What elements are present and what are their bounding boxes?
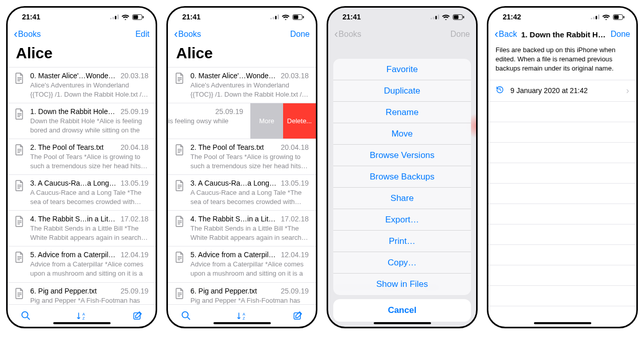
list-item[interactable]: 5. Advice from a Caterpillar.txt 12.04.1…	[168, 246, 316, 282]
svg-rect-38	[293, 15, 298, 18]
more-button[interactable]: More	[250, 103, 283, 139]
sheet-item-print-[interactable]: Print…	[333, 231, 471, 252]
sheet-item-duplicate[interactable]: Duplicate	[333, 80, 471, 102]
nav-bar: ‹ Books Done	[168, 26, 316, 42]
home-indicator[interactable]	[374, 322, 431, 324]
home-indicator[interactable]	[213, 322, 271, 324]
file-date: 17.02.18	[281, 215, 309, 223]
list-item[interactable]: 4. The Rabbit S…in a Little Bill.txt 17.…	[8, 211, 156, 246]
sheet-item-rename[interactable]: Rename	[333, 102, 471, 123]
back-button[interactable]: ‹ Back	[495, 29, 517, 40]
file-date: 25.09.19	[281, 287, 309, 295]
file-preview: Pig and Pepper *A Fish-Footman has an in…	[30, 296, 148, 304]
phone-list-view: 21:41 ‹ Books Edit Alice 0. Master Alice…	[6, 6, 157, 328]
svg-point-61	[182, 312, 188, 318]
svg-point-28	[22, 312, 28, 318]
svg-rect-36	[277, 14, 279, 19]
nav-bar: ‹ Books Done	[328, 26, 476, 42]
battery-icon	[132, 14, 144, 20]
svg-rect-69	[438, 14, 439, 19]
edit-button[interactable]: Edit	[135, 30, 149, 39]
svg-rect-6	[143, 16, 144, 18]
sort-icon[interactable]: AZ	[76, 311, 88, 321]
search-icon[interactable]	[21, 311, 31, 321]
list-item[interactable]: 3. A Caucus-Ra…a Long Tale.txt 13.05.19 …	[8, 175, 156, 211]
sheet-item-copy-[interactable]: Copy…	[333, 252, 471, 274]
action-sheet-list: FavoriteDuplicateRenameMoveBrowse Versio…	[333, 59, 471, 295]
document-icon	[15, 144, 24, 170]
home-indicator[interactable]	[53, 322, 111, 324]
svg-rect-67	[433, 17, 435, 19]
phone-backups-view: 21:42 ‹ Back 1. Down the Rabbit Hole.txt…	[487, 6, 638, 328]
sheet-item-move[interactable]: Move	[333, 123, 471, 145]
file-preview: The Pool of Tears *Alice is growing to s…	[30, 152, 148, 170]
backup-date: 9 January 2020 at 21:42	[510, 86, 588, 95]
list-item[interactable]: 3. A Caucus-Ra…a Long Tale.txt 13.05.19 …	[168, 175, 316, 211]
status-icons	[110, 14, 144, 20]
list-item[interactable]: 5. Advice from a Caterpillar.txt 12.04.1…	[8, 246, 156, 282]
back-button[interactable]: ‹ Books	[14, 29, 41, 40]
cancel-button[interactable]: Cancel	[333, 299, 471, 322]
file-title: 3. A Caucus-Ra…a Long Tale.txt	[190, 179, 277, 187]
document-icon	[175, 73, 184, 99]
home-indicator[interactable]	[534, 322, 591, 324]
list-item[interactable]: 4. The Rabbit S…in a Little Bill.txt 17.…	[168, 211, 316, 246]
done-button[interactable]: Done	[290, 30, 310, 39]
list-item[interactable]: 0. Master Alice'…Wonderland.txt 20.03.18…	[8, 67, 156, 103]
svg-text:Z: Z	[242, 316, 245, 321]
list-item-swiped[interactable]: abbit Hole.txt 25.09.19 bit Hole *Alice …	[168, 103, 316, 139]
search-icon[interactable]	[181, 311, 191, 321]
done-button[interactable]: Done	[611, 30, 630, 39]
chevron-left-icon: ‹	[334, 29, 338, 40]
list-item[interactable]: 2. The Pool of Tears.txt 20.04.18 The Po…	[8, 139, 156, 175]
file-preview: Advice from a Caterpillar *Alice comes u…	[30, 260, 148, 278]
sheet-item-browse-versions[interactable]: Browse Versions	[333, 145, 471, 166]
list-item[interactable]: 6. Pig and Pepper.txt 25.09.19 Pig and P…	[168, 283, 316, 304]
file-date: 25.09.19	[121, 107, 149, 116]
file-list[interactable]: 0. Master Alice'…Wonderland.txt 20.03.18…	[168, 67, 316, 304]
svg-rect-0	[110, 18, 112, 19]
svg-rect-68	[435, 16, 437, 19]
back-button[interactable]: ‹ Books	[174, 29, 201, 40]
file-date: 20.04.18	[121, 143, 149, 151]
list-item[interactable]: 6. Pig and Pepper.txt 25.09.19 Pig and P…	[8, 283, 156, 304]
svg-rect-3	[117, 14, 119, 19]
delete-button[interactable]: Delete...	[283, 103, 316, 139]
sort-icon[interactable]: AZ	[237, 311, 248, 321]
file-list[interactable]: 0. Master Alice'…Wonderland.txt 20.03.18…	[8, 67, 156, 304]
status-time: 21:41	[342, 13, 361, 21]
status-icons	[431, 14, 465, 20]
status-icons	[591, 14, 625, 20]
status-time: 21:42	[503, 13, 521, 21]
list-item[interactable]: 2. The Pool of Tears.txt 20.04.18 The Po…	[168, 139, 316, 175]
chevron-left-icon: ‹	[14, 29, 17, 40]
document-icon	[15, 252, 24, 278]
backup-entry[interactable]: 9 January 2020 at 21:42 ›	[488, 80, 636, 102]
sheet-item-browse-backups[interactable]: Browse Backups	[333, 166, 471, 188]
file-date: 17.02.18	[121, 215, 149, 223]
document-icon	[15, 73, 24, 99]
document-icon	[175, 144, 184, 170]
file-date: 13.05.19	[281, 179, 309, 187]
compose-icon[interactable]	[293, 311, 303, 321]
status-icons	[270, 14, 305, 20]
sheet-item-share[interactable]: Share	[333, 188, 471, 209]
sheet-item-export-[interactable]: Export…	[333, 209, 471, 231]
status-bar: 21:41	[168, 8, 316, 26]
compose-icon[interactable]	[133, 311, 142, 321]
nav-bar: ‹ Books Edit	[8, 26, 156, 42]
document-icon	[15, 216, 24, 242]
status-bar: 21:41	[328, 8, 476, 26]
phone-action-sheet: 21:41 ‹ Books Done invitation for the Du…	[327, 6, 478, 328]
sheet-item-show-in-files[interactable]: Show in Files	[333, 274, 471, 295]
sheet-item-favorite[interactable]: Favorite	[333, 59, 471, 80]
document-icon	[15, 108, 24, 134]
svg-rect-71	[454, 15, 458, 18]
chevron-left-icon: ‹	[495, 29, 498, 40]
file-date: 25.09.19	[121, 287, 149, 295]
list-item[interactable]: 0. Master Alice'…Wonderland.txt 20.03.18…	[168, 67, 316, 103]
svg-text:Z: Z	[82, 316, 84, 321]
list-item[interactable]: 1. Down the Rabbit Hole.txt 25.09.19 Dow…	[8, 103, 156, 139]
svg-rect-1	[113, 17, 114, 19]
wifi-icon	[121, 14, 130, 20]
